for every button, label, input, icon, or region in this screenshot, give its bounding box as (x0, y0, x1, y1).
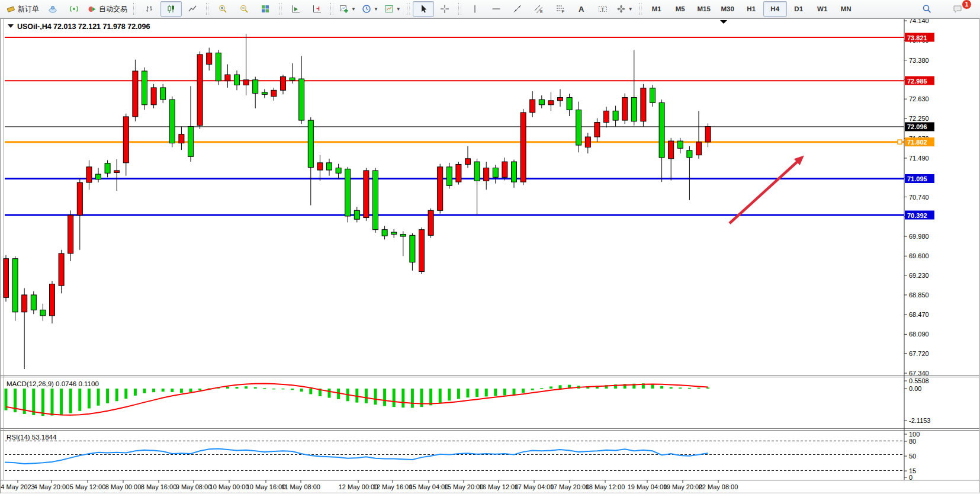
macd-bar (282, 389, 285, 389)
toolbar-right: 1 (916, 1, 968, 17)
toolbar-group-insert: ▼▼▼ (336, 0, 404, 18)
signals-button[interactable] (63, 1, 85, 17)
text-button[interactable]: A (571, 1, 592, 17)
timeframe-d1[interactable]: D1 (787, 1, 811, 17)
time-tick-label: 5 May 12:00 (70, 483, 106, 490)
arrows-button[interactable]: ▼ (613, 1, 636, 17)
autotrading-button[interactable]: 自动交易 (85, 1, 130, 17)
svg-text:A: A (579, 5, 584, 14)
macd-bar (198, 389, 201, 390)
vline-icon (470, 4, 480, 14)
bar-chart-button[interactable] (139, 1, 160, 17)
candle-body (631, 98, 637, 121)
candle-body (151, 88, 156, 105)
macd-bar (78, 389, 81, 411)
chart-shift-icon (312, 4, 322, 14)
axis-tick-label: 72.630 (909, 95, 929, 102)
new-order-button-label: 新订单 (18, 4, 39, 14)
notifications-button[interactable]: 1 (947, 1, 968, 17)
candle-body (456, 164, 461, 182)
candle-body (216, 53, 221, 81)
time-tick-label: 10 May 00:00 (210, 483, 249, 490)
timeframe-m1[interactable]: M1 (645, 1, 669, 17)
charts-community-button[interactable] (42, 1, 63, 17)
crosshair-button[interactable] (434, 1, 455, 17)
periods-button[interactable]: ▼ (359, 1, 381, 17)
chat-icon (953, 4, 962, 14)
macd-bar (429, 389, 432, 405)
candle-body (438, 167, 443, 210)
candle-body (142, 71, 147, 105)
axis-tick-label: 73.380 (909, 57, 929, 64)
candle-body (105, 163, 110, 174)
equidistant-channel-button[interactable]: E (528, 1, 550, 17)
timeframe-h4[interactable]: H4 (763, 1, 787, 17)
auto-scroll-button[interactable] (285, 1, 306, 17)
axis-tick-label: 67.340 (909, 370, 929, 377)
line-chart-button[interactable] (182, 1, 203, 17)
candle-body (188, 127, 194, 157)
tile-windows-icon (261, 4, 270, 14)
zoom-out-button[interactable] (233, 1, 255, 17)
axis-tick-label: 69.230 (909, 272, 929, 279)
channel-icon: E (534, 4, 544, 14)
cursor-button[interactable] (413, 1, 434, 17)
time-tick-label: 12 May 00:00 (339, 483, 378, 490)
indicators-button[interactable]: ▼ (336, 1, 359, 17)
candle-body (77, 182, 82, 215)
candle-body (160, 88, 166, 100)
time-tick-label: 10 May 16:00 (246, 483, 286, 490)
timeframe-m15[interactable]: M15 (692, 1, 716, 17)
macd-bar (660, 386, 663, 389)
chart-shift-button[interactable] (306, 1, 327, 17)
timeframe-m5[interactable]: M5 (669, 1, 692, 17)
search-button[interactable] (916, 1, 937, 17)
macd-bar (503, 389, 506, 396)
zoom-in-icon (218, 4, 227, 14)
timeframe-mn[interactable]: MN (834, 1, 858, 17)
horizontal-line-button[interactable] (486, 1, 507, 17)
timeframe-w1-label: W1 (817, 5, 827, 12)
dropdown-arrow-icon[interactable]: ▼ (351, 7, 356, 12)
chart-area[interactable]: 74.14073.76073.38073.00072.63072.25071.8… (0, 18, 980, 494)
text-label-button[interactable]: T (592, 1, 613, 17)
trendline-button[interactable] (507, 1, 528, 17)
macd-bar (688, 388, 691, 389)
hline-icon (491, 4, 501, 14)
autotrading-button-label: 自动交易 (99, 4, 127, 14)
timeframe-h1[interactable]: H1 (740, 1, 763, 17)
tile-windows-button[interactable] (255, 1, 276, 17)
vertical-line-button[interactable] (464, 1, 486, 17)
candle-body (169, 100, 175, 143)
zoom-in-button[interactable] (212, 1, 233, 17)
axis-tick-label: -2.1153 (909, 417, 931, 424)
candle-body (677, 141, 683, 148)
templates-button[interactable]: ▼ (381, 1, 404, 17)
dropdown-arrow-icon[interactable]: ▼ (628, 7, 633, 12)
axis-tick-label: 68.470 (909, 311, 929, 318)
new-order-icon (7, 4, 16, 14)
candle-body (290, 78, 295, 80)
new-order-button[interactable]: 新订单 (4, 1, 42, 17)
cursor-icon (419, 4, 428, 14)
fibonacci-button[interactable]: F (550, 1, 571, 17)
svg-text:T: T (601, 7, 605, 12)
candle-body (31, 295, 36, 310)
macd-bar (60, 389, 63, 415)
macd-bar (236, 387, 239, 389)
candle-body (595, 123, 600, 137)
timeframe-w1[interactable]: W1 (811, 1, 834, 17)
candle-body (50, 284, 55, 316)
candle-body (281, 77, 286, 91)
macd-bar (374, 389, 377, 405)
bar-chart-icon (145, 4, 155, 14)
autotrading-icon (88, 4, 97, 14)
dropdown-arrow-icon[interactable]: ▼ (374, 7, 378, 12)
chart-title: USOil-,H4 72.013 72.121 71.978 72.096 (17, 23, 150, 31)
macd-bar (411, 389, 414, 408)
candlestick-chart-button[interactable] (160, 1, 182, 17)
cloud-icon (48, 4, 57, 14)
dropdown-arrow-icon[interactable]: ▼ (396, 7, 401, 12)
timeframe-m30[interactable]: M30 (716, 1, 740, 17)
hline-handle[interactable] (898, 140, 902, 144)
